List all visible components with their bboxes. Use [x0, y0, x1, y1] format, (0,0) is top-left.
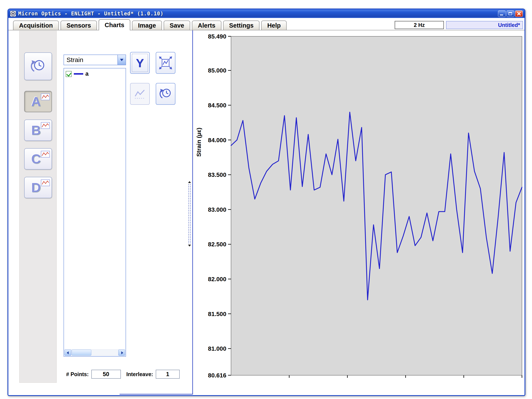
chevron-left-icon: [67, 351, 69, 354]
app-window: M Micron Optics - ENLIGHT - Untitled* (1…: [7, 9, 525, 396]
series-color-swatch: [74, 73, 83, 75]
svg-text:82.000: 82.000: [208, 276, 226, 282]
series-row[interactable]: a: [64, 69, 126, 79]
maximize-icon: [508, 12, 512, 15]
autoscale-y-button[interactable]: Y: [130, 52, 150, 74]
svg-text:83.500: 83.500: [208, 171, 226, 178]
chart-region: 85.49085.00084.50084.00083.50083.00082.5…: [194, 30, 524, 394]
tab-save[interactable]: Save: [164, 20, 190, 30]
chart-b-label: B: [31, 124, 41, 137]
splitter-grip[interactable]: [188, 184, 191, 244]
measurement-select-dropdown-button[interactable]: [117, 55, 126, 65]
chart-d-label: D: [31, 181, 41, 194]
mini-chart-icon: [41, 151, 50, 158]
time-history-button[interactable]: [24, 52, 52, 80]
revert-clock-icon: [158, 87, 173, 101]
splitter-arrow-up-icon: [188, 180, 191, 183]
tab-help[interactable]: Help: [261, 20, 287, 30]
window-title: Micron Optics - ENLIGHT - Untitled* (1.0…: [18, 11, 496, 17]
app-icon: M: [10, 11, 16, 17]
chevron-right-icon: [121, 351, 123, 354]
minimize-button[interactable]: [498, 11, 506, 17]
interleave-input[interactable]: [156, 370, 180, 379]
svg-text:84.000: 84.000: [208, 137, 226, 143]
series-list-hscrollbar[interactable]: [64, 349, 125, 356]
panel-divider: [192, 30, 193, 394]
titlebar[interactable]: M Micron Optics - ENLIGHT - Untitled* (1…: [8, 9, 525, 18]
chart-a-button[interactable]: A: [24, 91, 52, 112]
y-axis-autoscale-icon: Y: [136, 56, 144, 70]
svg-text:83.000: 83.000: [208, 206, 226, 213]
history-clock-icon: [30, 58, 47, 75]
chart-selector-panel: A B C: [19, 31, 57, 383]
svg-text:81.500: 81.500: [208, 311, 226, 317]
fit-chart-icon: [158, 56, 173, 70]
scroll-left-button[interactable]: [64, 349, 71, 356]
scrollbar-thumb[interactable]: [72, 350, 91, 355]
mini-chart-icon: [41, 94, 50, 100]
svg-text:80.616: 80.616: [208, 372, 226, 379]
client-area: Acquisition Sensors Charts Image Save Al…: [8, 18, 525, 395]
series-list: a: [63, 68, 126, 357]
svg-text:Strain (με): Strain (με): [196, 128, 202, 157]
close-button[interactable]: [515, 11, 523, 17]
series-label: a: [85, 71, 89, 77]
svg-text:84.500: 84.500: [208, 102, 226, 109]
mini-chart-icon: [41, 122, 50, 129]
svg-text:85.000: 85.000: [208, 67, 226, 74]
mini-chart-icon: [41, 179, 50, 186]
tab-sensors[interactable]: Sensors: [61, 20, 97, 30]
document-name: Untitled*: [446, 21, 523, 29]
revert-time-button[interactable]: [156, 83, 175, 105]
autoscale-fit-button[interactable]: [156, 52, 175, 74]
chart-b-button[interactable]: B: [24, 119, 52, 141]
tab-settings[interactable]: Settings: [223, 20, 260, 30]
svg-text:82.500: 82.500: [208, 241, 226, 248]
tab-charts[interactable]: Charts: [99, 19, 130, 30]
svg-text:85.490: 85.490: [208, 33, 226, 40]
svg-text:81.000: 81.000: [208, 345, 226, 352]
tab-acquisition[interactable]: Acquisition: [13, 20, 59, 30]
minimize-icon: [500, 14, 503, 15]
points-input[interactable]: [91, 370, 121, 379]
pane-splitter[interactable]: [187, 30, 192, 394]
sample-rate-indicator: 2 Hz: [395, 21, 444, 29]
tab-alerts[interactable]: Alerts: [192, 20, 222, 30]
measurement-select[interactable]: Strain: [63, 55, 126, 65]
strain-chart[interactable]: 85.49085.00084.50084.00083.50083.00082.5…: [194, 31, 524, 394]
series-visibility-checkbox[interactable]: [66, 71, 72, 77]
points-label: # Points:: [66, 371, 89, 377]
interleave-label: Interleave:: [127, 371, 153, 377]
chart-lines-icon: [133, 87, 147, 101]
tab-bar: Acquisition Sensors Charts Image Save Al…: [8, 19, 525, 30]
maximize-button[interactable]: [507, 11, 514, 17]
panel-divider-bottom: [120, 394, 193, 394]
tab-image[interactable]: Image: [132, 20, 162, 30]
splitter-arrow-down-icon: [188, 245, 191, 248]
points-settings-row: # Points: Interleave:: [61, 368, 193, 380]
chart-a-label: A: [31, 95, 41, 108]
desktop: M Micron Optics - ENLIGHT - Untitled* (1…: [0, 0, 532, 399]
scroll-right-button[interactable]: [118, 349, 125, 356]
measurement-select-value: Strain: [67, 56, 83, 63]
chart-c-label: C: [31, 152, 41, 166]
chart-style-button[interactable]: [130, 83, 150, 105]
chevron-down-icon: [120, 59, 123, 63]
scrollbar-track[interactable]: [71, 349, 118, 356]
chart-c-button[interactable]: C: [24, 148, 52, 169]
chart-d-button[interactable]: D: [24, 177, 52, 198]
